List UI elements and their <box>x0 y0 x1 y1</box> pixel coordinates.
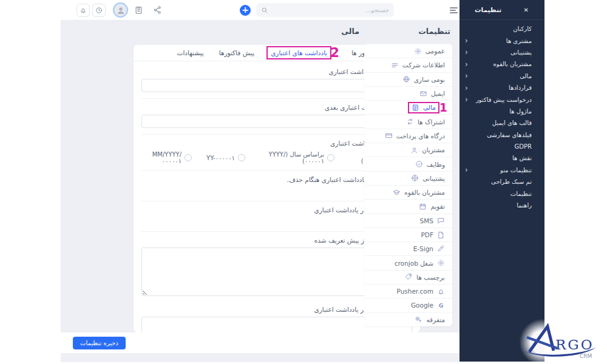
annotation-step-number: 2 <box>330 47 339 59</box>
settings-item-box: مشتریان بالقوه <box>390 188 447 197</box>
settings-menu-item[interactable]: بومی سازی <box>364 72 452 86</box>
drawer-menu-item[interactable]: راهنما ‹ <box>459 200 544 211</box>
drawer-item-label: قراردادها <box>509 84 532 91</box>
settings-menu-item[interactable]: Google <box>364 298 452 312</box>
drawer-menu: کارکنان ‹ مشتری ها ‹ پشتیبانی ‹ مشتریان … <box>459 20 544 211</box>
quick-share-button[interactable] <box>153 5 162 15</box>
radio-icon <box>327 154 334 161</box>
settings-panel-title: تنظیمات <box>418 27 450 36</box>
drawer-menu-item[interactable]: مشتری ها ‹ <box>459 35 544 46</box>
settings-menu-item[interactable]: Pusher.com <box>364 284 452 298</box>
settings-menu-item[interactable]: SMS <box>364 214 452 228</box>
settings-item-box: اشتراک ها <box>404 117 447 126</box>
radio-option[interactable]: براساس سال (YYYY/۰۰۰۰۰۱) <box>260 151 334 164</box>
cogs-icon <box>415 315 422 323</box>
settings-menu-item[interactable]: درگاه های پرداخت <box>364 129 452 143</box>
settings-item-box: وظایف <box>413 160 447 169</box>
drawer-menu-item[interactable]: قراردادها ‹ <box>459 82 544 93</box>
settings-menu-item[interactable]: مشتریان بالقوه <box>364 185 452 199</box>
gear-icon <box>414 47 422 55</box>
page-title: مالی <box>341 27 359 36</box>
drawer-menu-item[interactable]: نقش ها ‹ <box>459 152 544 164</box>
radio-option[interactable]: YY-۰۰۰۰۰۱ <box>206 154 245 161</box>
drawer-item-label: تنظیمات <box>510 190 532 197</box>
tab[interactable]: پیشنهادات <box>174 47 207 58</box>
drawer-menu-item[interactable]: GDPR ‹ <box>459 141 544 152</box>
radio-option[interactable]: MM/YYYY/۰۰۰۰۰۱ <box>141 151 192 164</box>
tab[interactable]: پیش فاکتورها <box>216 47 257 58</box>
settings-menu-item[interactable]: ایمیل <box>364 86 452 100</box>
drawer-menu-item[interactable]: درخواست پیش فاکتور ‹ <box>459 93 544 105</box>
settings-menu-item[interactable]: برچسب ها <box>364 270 452 284</box>
settings-menu-item[interactable]: E-Sign <box>364 241 452 255</box>
save-settings-button[interactable]: ذخیره تنظیمات <box>73 337 126 349</box>
settings-menu-item[interactable]: مشتریان <box>364 143 452 157</box>
settings-item-box: ایمیل <box>417 89 447 98</box>
drawer-menu-item[interactable]: مالی ‹ <box>459 70 544 82</box>
settings-menu-item[interactable]: PDF <box>364 228 452 241</box>
notifications-button[interactable] <box>76 4 90 17</box>
bell-icon <box>437 288 445 295</box>
drawer-menu-item[interactable]: تنظیمات ‹ <box>459 187 544 199</box>
settings-item-label: Google <box>411 302 433 309</box>
chat-icon <box>437 217 445 224</box>
settings-item-box: Google <box>409 301 447 310</box>
settings-item-label: وظایف <box>427 161 445 168</box>
settings-item-box: E-Sign <box>411 244 447 254</box>
settings-menu-item[interactable]: وظایف <box>364 157 452 170</box>
settings-menu-item[interactable]: 1 مالی <box>364 100 452 114</box>
drawer-item-label: تم سبک طراحی <box>491 178 532 185</box>
timesheet-button[interactable] <box>134 5 143 15</box>
add-button[interactable]: + <box>240 5 251 16</box>
chevron-left-icon: ‹ <box>465 61 468 67</box>
radio-label: YY-۰۰۰۰۰۱ <box>206 155 235 161</box>
settings-item-label: درگاه های پرداخت <box>396 132 445 140</box>
footer-strip <box>61 353 459 362</box>
drawer-menu-item[interactable]: پشتیبانی ‹ <box>459 47 544 58</box>
clock-icon <box>95 7 103 14</box>
settings-item-label: cronjob شغل <box>395 260 433 267</box>
radio-icon <box>185 154 192 161</box>
app-column: + مالی تنظیمات عمومی فاکتور ها <box>61 0 459 364</box>
tag-icon <box>405 273 413 281</box>
tab[interactable]: 2 یادداشت های اعتباری <box>266 46 339 59</box>
drawer-menu-item[interactable]: مشتریان بالقوه ‹ <box>459 58 544 70</box>
settings-menu-item[interactable]: عمومی <box>364 44 452 58</box>
drawer-menu-item[interactable]: فیلدهای سفارشی ‹ <box>459 129 544 141</box>
settings-item-box: درگاه های پرداخت <box>382 131 447 140</box>
radio-label: براساس سال (YYYY/۰۰۰۰۰۱) <box>260 151 324 164</box>
recent-activity-button[interactable] <box>92 4 106 17</box>
radio-label: MM/YYYY/۰۰۰۰۰۱ <box>141 151 181 164</box>
drawer-menu-item[interactable]: تنظیمات منو ‹ <box>459 164 544 176</box>
settings-menu-item[interactable]: اطلاعات شرکت <box>364 58 452 72</box>
drawer-item-label: GDPR <box>515 143 532 150</box>
globe-icon <box>402 75 410 83</box>
settings-item-box: اطلاعات شرکت <box>388 61 447 70</box>
settings-item-label: اشتراک ها <box>418 118 445 126</box>
search-input[interactable] <box>268 7 389 13</box>
settings-item-box: برچسب ها <box>402 272 447 281</box>
settings-item-box: cronjob شغل <box>392 258 447 268</box>
list-icon <box>391 61 399 69</box>
clipboard-icon <box>134 5 143 15</box>
sign-icon <box>437 245 445 253</box>
drawer-menu-item[interactable]: تم سبک طراحی ‹ <box>459 176 544 187</box>
filter-lines-icon[interactable] <box>450 7 458 15</box>
settings-menu-item[interactable]: تقویم <box>364 199 452 213</box>
settings-menu-item[interactable]: متفرقه <box>364 312 452 326</box>
settings-item-box: تقویم <box>416 202 447 211</box>
settings-menu-item[interactable]: اشتراک ها <box>364 114 452 128</box>
drawer-menu-item[interactable]: ماژول ها ‹ <box>459 106 544 117</box>
drawer-close-button[interactable]: ✕ <box>524 7 529 13</box>
tab-label: پیشنهادات <box>174 47 207 58</box>
drawer-menu-item[interactable]: کارکنان ‹ <box>459 23 544 35</box>
drawer-menu-item[interactable]: قالب های ایمیل ‹ <box>459 117 544 129</box>
settings-item-label: مالی <box>423 104 436 111</box>
user-avatar[interactable] <box>113 2 128 18</box>
settings-item-box: بومی سازی <box>400 75 447 84</box>
logo-name-text: RGO <box>555 337 594 352</box>
settings-menu-item[interactable]: پشتیبانی <box>364 171 452 185</box>
settings-menu-item[interactable]: cronjob شغل <box>364 255 452 269</box>
logo-mark: RGO CRM <box>521 323 600 360</box>
settings-item-label: تقویم <box>430 203 445 210</box>
